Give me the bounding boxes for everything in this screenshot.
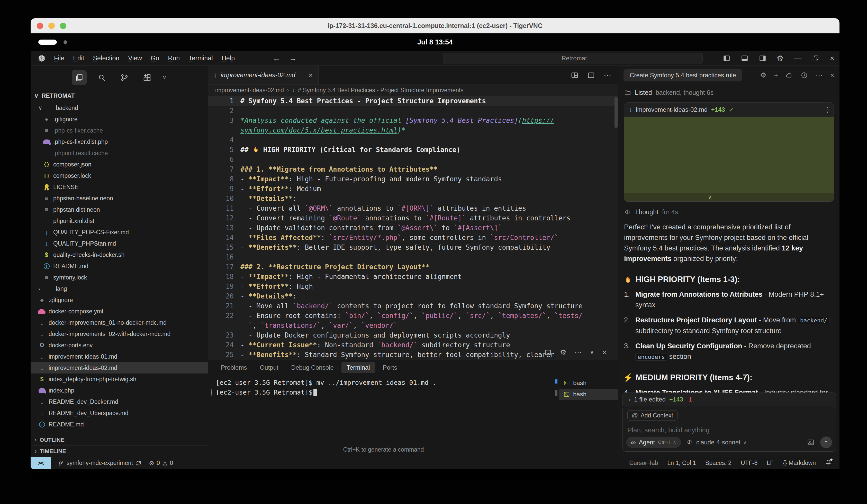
forward-icon[interactable]: →: [289, 54, 297, 63]
diff-card-header[interactable]: ↓ improvement-ideas-02.md +143 ✓ ∧∨: [624, 103, 834, 117]
tree-item[interactable]: ≡ phpstan-baseline.neon: [31, 193, 208, 204]
restore-icon[interactable]: [812, 54, 820, 62]
tree-item[interactable]: ≡ symfony.lock: [31, 272, 208, 283]
tree-item[interactable]: ↓ README_dev_Docker.md: [31, 396, 208, 407]
model-selector[interactable]: claude-4-sonnet ∧: [686, 439, 747, 446]
new-chat-icon[interactable]: +: [774, 72, 778, 79]
tree-item[interactable]: ≡ phpstan.dist.neon: [31, 204, 208, 215]
terminal-more-icon[interactable]: ⋯: [575, 348, 582, 357]
close-window-button[interactable]: [37, 23, 43, 29]
menu-item[interactable]: View: [124, 53, 146, 64]
tree-item[interactable]: LICENSE: [31, 182, 208, 193]
expand-collapse-icon[interactable]: ∧∨: [826, 106, 829, 113]
menu-item[interactable]: Selection: [88, 53, 124, 64]
layout-right-icon[interactable]: [759, 54, 767, 62]
tree-item[interactable]: ≡ .phpunit.result.cache: [31, 147, 208, 159]
terminal-list-item[interactable]: bash: [559, 377, 618, 389]
add-context-button[interactable]: @ Add Context: [627, 410, 677, 420]
notifications-bell-icon[interactable]: [825, 459, 832, 467]
problems-item[interactable]: ⊗ 0 △ 0: [149, 460, 173, 467]
settings-gear-icon[interactable]: ⚙: [777, 54, 784, 63]
tree-item[interactable]: i README.md: [31, 419, 208, 430]
tree-item[interactable]: ↓ improvement-ideas-01.md: [31, 351, 208, 362]
tree-item[interactable]: ≡ phpunit.xml.dist: [31, 215, 208, 227]
agent-mode-selector[interactable]: ∞ Agent Ctrl+I ∧: [626, 437, 681, 448]
panel-tab[interactable]: Problems: [216, 362, 252, 373]
eol-indicator[interactable]: LF: [767, 460, 774, 467]
source-control-icon[interactable]: [117, 70, 132, 85]
tree-item[interactable]: ↓ improvement-ideas-02.md: [31, 362, 208, 373]
menu-item[interactable]: Run: [163, 53, 184, 64]
editor-scrollbar[interactable]: [614, 97, 618, 128]
activities-pill[interactable]: [38, 40, 57, 45]
tree-item[interactable]: i README.md: [31, 261, 208, 272]
extensions-icon[interactable]: [140, 70, 154, 85]
tree-item[interactable]: ↓ docker-improvements_01-no-docker-mdc.m…: [31, 317, 208, 328]
terminal-settings-gear-icon[interactable]: ⚙: [560, 348, 566, 357]
tree-item[interactable]: index.php: [31, 385, 208, 396]
command-center-search[interactable]: Retromat: [443, 53, 703, 64]
tree-item[interactable]: › lang: [31, 283, 208, 294]
tree-item[interactable]: docker-compose.yml: [31, 306, 208, 317]
more-actions-icon[interactable]: ⋯: [604, 70, 611, 80]
menu-item[interactable]: Terminal: [184, 53, 217, 64]
menu-item[interactable]: Help: [217, 53, 239, 64]
tree-item[interactable]: ↓ docker-improvements_02-with-docker-mdc…: [31, 328, 208, 340]
chat-close-icon[interactable]: ×: [830, 72, 834, 79]
chat-settings-gear-icon[interactable]: ⚙: [760, 71, 766, 79]
chat-input[interactable]: @ Add Context Plan, search, build anythi…: [622, 406, 836, 452]
tree-item[interactable]: ↓ QUALITY_PHP-CS-Fixer.md: [31, 227, 208, 238]
menu-item[interactable]: File: [50, 53, 69, 64]
tree-item[interactable]: ↓ QUALITY_PHPStan.md: [31, 238, 208, 249]
minimize-icon[interactable]: —: [794, 54, 801, 63]
panel-maximize-icon[interactable]: ∧: [590, 349, 594, 356]
panel-tab[interactable]: Terminal: [341, 362, 375, 373]
back-icon[interactable]: ←: [272, 54, 280, 63]
thought-line[interactable]: Thought for 4s: [624, 208, 834, 216]
tree-item[interactable]: ⚙ docker-ports.env: [31, 340, 208, 351]
tree-item[interactable]: $ index_deploy-from-php-to-twig.sh: [31, 373, 208, 385]
explorer-icon[interactable]: [72, 70, 87, 85]
tool-call-line[interactable]: Listed backend, thought 6s: [624, 89, 834, 96]
cursor-tab-toggle[interactable]: Cursor Tab: [629, 460, 658, 467]
tree-item[interactable]: ◆ .gitignore: [31, 294, 208, 306]
language-indicator[interactable]: {} Markdown: [783, 460, 816, 467]
send-button[interactable]: ↑: [820, 436, 832, 448]
explorer-root-header[interactable]: ∨ RETROMAT: [31, 89, 208, 102]
menu-item[interactable]: Edit: [69, 53, 88, 64]
open-preview-icon[interactable]: [571, 72, 578, 79]
split-editor-icon[interactable]: [587, 72, 595, 79]
zoom-window-button[interactable]: [60, 23, 66, 29]
search-sidebar-icon[interactable]: [94, 70, 109, 85]
tree-item[interactable]: ∨ backend: [31, 102, 208, 113]
code-editor[interactable]: 1 # Symfony 5.4 Best Practices - Project…: [208, 96, 618, 360]
minimize-window-button[interactable]: [48, 23, 55, 29]
layout-left-icon[interactable]: [723, 54, 730, 62]
terminal[interactable]: [ec2-user 3.5G Retromat]$ mv ../improvem…: [208, 375, 559, 457]
split-terminal-icon[interactable]: [544, 349, 552, 356]
sidebar-section-header[interactable]: › OUTLINE: [31, 434, 208, 446]
panel-close-icon[interactable]: ×: [602, 348, 607, 357]
tree-item[interactable]: ≡ .php-cs-fixer.cache: [31, 125, 208, 136]
tree-item[interactable]: .php-cs-fixer.dist.php: [31, 136, 208, 147]
cloud-icon[interactable]: [786, 72, 793, 79]
sidebar-section-header[interactable]: › TIMELINE: [31, 446, 208, 457]
terminal-list-item[interactable]: bash: [559, 389, 618, 400]
chat-more-icon[interactable]: ⋯: [816, 71, 823, 79]
close-icon[interactable]: ×: [830, 54, 834, 63]
remote-indicator[interactable]: ><: [31, 457, 51, 469]
gnome-clock[interactable]: Jul 8 13:54: [417, 38, 453, 46]
panel-tab[interactable]: Debug Console: [286, 362, 339, 373]
layout-bottom-icon[interactable]: [741, 54, 748, 62]
editor-tab[interactable]: ↓ improvement-ideas-02.md ×: [208, 66, 319, 85]
panel-tab[interactable]: Ports: [378, 362, 403, 373]
tab-close-icon[interactable]: ×: [309, 71, 313, 79]
line-col-indicator[interactable]: Ln 1, Col 1: [667, 460, 696, 467]
spaces-indicator[interactable]: Spaces: 2: [705, 460, 731, 467]
tree-item[interactable]: {} composer.lock: [31, 170, 208, 182]
panel-tab[interactable]: Output: [255, 362, 283, 373]
activity-more-icon[interactable]: ∨: [162, 74, 167, 81]
git-branch-item[interactable]: symfony-mdc-experiment: [58, 460, 142, 467]
encoding-indicator[interactable]: UTF-8: [741, 460, 758, 467]
chat-tab[interactable]: Create Symfony 5.4 best practices rule: [623, 69, 742, 81]
